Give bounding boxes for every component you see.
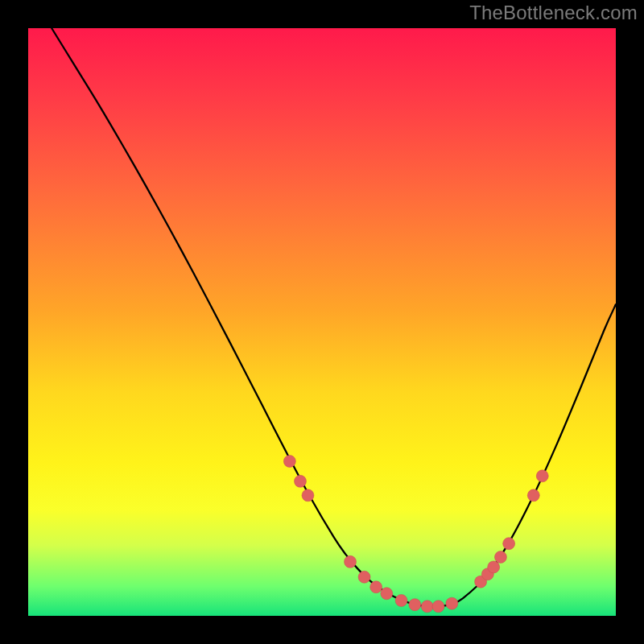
marker-dot <box>536 470 548 482</box>
curve-path <box>52 28 616 607</box>
chart-frame: TheBottleneck.com <box>0 0 644 644</box>
marker-dot <box>294 475 306 487</box>
plot-area <box>28 28 616 616</box>
marker-dot <box>503 538 515 550</box>
marker-dot <box>421 601 433 613</box>
marker-dot <box>494 551 506 564</box>
chart-svg <box>28 28 616 616</box>
marker-dot <box>345 555 357 568</box>
marker-dot <box>381 588 393 600</box>
marker-dot <box>302 489 314 502</box>
marker-dot <box>409 599 421 611</box>
marker-dot <box>432 601 444 613</box>
attribution-text: TheBottleneck.com <box>469 2 638 24</box>
marker-dot <box>283 456 295 468</box>
marker-dot <box>446 597 458 609</box>
marker-dot <box>358 571 370 583</box>
marker-dot <box>488 561 500 573</box>
markers-group <box>283 456 548 613</box>
marker-dot <box>370 581 382 593</box>
marker-dot <box>527 489 539 502</box>
marker-dot <box>395 595 407 607</box>
